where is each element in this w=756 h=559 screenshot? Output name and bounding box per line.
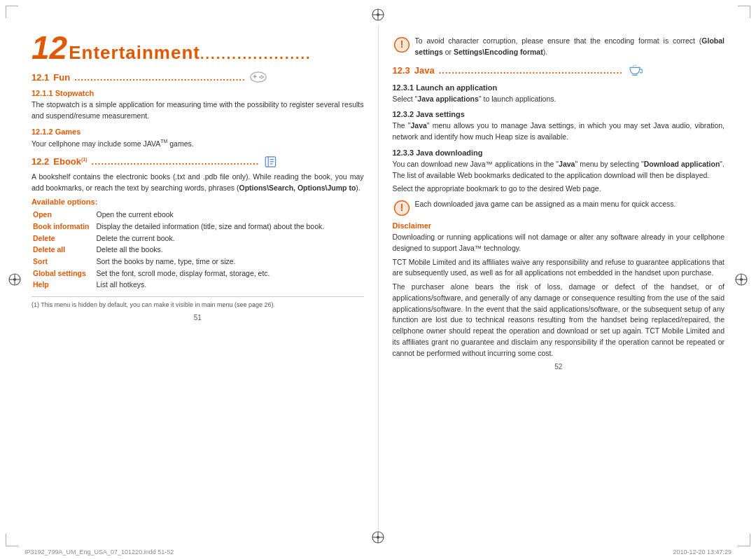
option-row-help: Help List all hotkeys. — [31, 279, 364, 291]
right-page: ! To avoid character corruption, please … — [379, 25, 732, 531]
option-desc-help: List all hotkeys. — [95, 279, 364, 291]
compass-top-icon — [370, 7, 386, 22]
corner-mark-bl — [6, 534, 18, 546]
svg-point-15 — [740, 278, 743, 281]
option-label-delete: Delete — [31, 233, 95, 244]
option-desc-delete: Delete the current book. — [95, 233, 364, 244]
disclaimer-body2: TCT Mobile Limited and its affiliates wa… — [393, 257, 725, 280]
corner-mark-tr — [738, 6, 750, 18]
chapter-heading: 12 Entertainment..................... — [31, 32, 364, 64]
encoding-warning-icon: ! — [393, 36, 411, 54]
svg-point-11 — [13, 278, 16, 281]
option-row-open: Open Open the current ebook — [31, 209, 364, 221]
section-12-1-1-heading: 12.1.1 Stopwatch — [31, 89, 364, 97]
java-dl-body2: Select the appropriate bookmark to go to… — [393, 184, 725, 195]
option-row-delete-all: Delete all Delete all the books. — [31, 244, 364, 256]
info-bottom-text: Each downloaded java game can be assigne… — [415, 199, 676, 210]
option-desc-global: Set the font, scroll mode, display forma… — [95, 268, 364, 280]
footer-bar: IP3192_799A_UM_Eng_USA_07_101220.indd 51… — [24, 548, 732, 555]
java-dl-body1: You can download new Java™ applications … — [393, 159, 725, 181]
option-desc-delete-all: Delete all the books. — [95, 244, 364, 256]
disclaimer-heading: Disclaimer — [393, 221, 725, 230]
java-game-icon: ! — [393, 199, 411, 217]
corner-mark-tl — [6, 6, 18, 18]
option-label-book-info: Book informatin — [31, 221, 95, 233]
option-row-global: Global settings Set the font, scroll mod… — [31, 268, 364, 280]
chapter-title: Entertainment..................... — [69, 42, 312, 64]
page-number-right: 52 — [393, 363, 725, 371]
corner-mark-br — [738, 534, 750, 546]
option-row-book-info: Book informatin Display the detailed inf… — [31, 221, 364, 233]
left-page: 12 Entertainment..................... 12… — [24, 25, 379, 531]
option-label-global: Global settings — [31, 268, 95, 280]
option-desc-book-info: Display the detailed information (title,… — [95, 221, 364, 233]
java-settings-body: The "Java" menu allows you to manage Jav… — [393, 120, 725, 143]
java-cup-icon — [627, 64, 643, 78]
svg-rect-26 — [270, 161, 274, 162]
info-top-text: To avoid character corruption, please en… — [415, 36, 725, 58]
section-12-1-2-heading: 12.1.2 Games — [31, 127, 364, 136]
svg-rect-18 — [254, 75, 255, 78]
option-label-sort: Sort — [31, 256, 95, 268]
compass-left-icon — [7, 272, 22, 287]
page-number-left: 51 — [31, 314, 364, 322]
option-label-delete-all: Delete all — [31, 244, 95, 256]
launch-body: Select "Java applications" to launch app… — [393, 94, 725, 105]
compass-right-icon — [734, 272, 749, 287]
option-row-sort: Sort Sort the books by name, type, time … — [31, 256, 364, 268]
svg-text:!: ! — [400, 39, 403, 50]
option-label-help: Help — [31, 279, 95, 291]
disclaimer-body1: Downloading or running applications will… — [393, 232, 725, 254]
option-desc-open: Open the current ebook — [95, 209, 364, 221]
svg-point-3 — [377, 13, 379, 16]
section-12-3-3-heading: 12.3.3 Java downloading — [393, 149, 725, 157]
options-table: Open Open the current ebook Book informa… — [31, 209, 364, 291]
compass-bottom-icon — [370, 530, 386, 545]
info-box-top: ! To avoid character corruption, please … — [393, 36, 725, 58]
svg-rect-25 — [270, 159, 274, 160]
section-12-1-heading: 12.1 Fun ...............................… — [31, 71, 364, 83]
page-wrapper: 12 Entertainment..................... 12… — [0, 0, 756, 559]
content-area: 12 Entertainment..................... 12… — [24, 25, 732, 531]
svg-point-7 — [377, 536, 379, 539]
stopwatch-body: The stopwatch is a simple application fo… — [31, 99, 364, 122]
section-12-3-2-heading: 12.3.2 Java settings — [393, 110, 725, 118]
svg-point-19 — [260, 75, 262, 76]
footnote: (1) This menu is hidden by default, you … — [31, 296, 364, 310]
option-desc-sort: Sort the books by name, type, time or si… — [95, 256, 364, 268]
svg-rect-27 — [270, 163, 273, 164]
footer-right: 2010-12-20 13:47:29 — [673, 548, 732, 555]
ebook-body: A bookshelf contains the electronic book… — [31, 172, 364, 194]
svg-point-21 — [260, 77, 262, 78]
info-box-bottom: ! Each downloaded java game can be assig… — [393, 199, 725, 217]
available-options-label: Available options: — [31, 198, 364, 206]
option-row-delete: Delete Delete the current book. — [31, 233, 364, 244]
footer-left: IP3192_799A_UM_Eng_USA_07_101220.indd 51… — [24, 548, 174, 555]
section-12-2-heading: 12.2 Ebook(1) ..........................… — [31, 155, 364, 169]
chapter-number: 12 — [31, 32, 67, 64]
svg-point-20 — [262, 76, 264, 78]
option-label-open: Open — [31, 209, 95, 221]
svg-point-22 — [259, 76, 260, 78]
gamepad-icon — [250, 71, 267, 83]
ebook-icon — [263, 155, 280, 169]
section-12-3-heading: 12.3 Java ..............................… — [393, 64, 725, 78]
games-body: Your cellphone may include some JAVATM g… — [31, 138, 364, 149]
disclaimer-body3: The purchaser alone bears the risk of lo… — [393, 282, 725, 359]
svg-text:!: ! — [400, 202, 403, 213]
section-12-3-1-heading: 12.3.1 Launch an application — [393, 83, 725, 92]
